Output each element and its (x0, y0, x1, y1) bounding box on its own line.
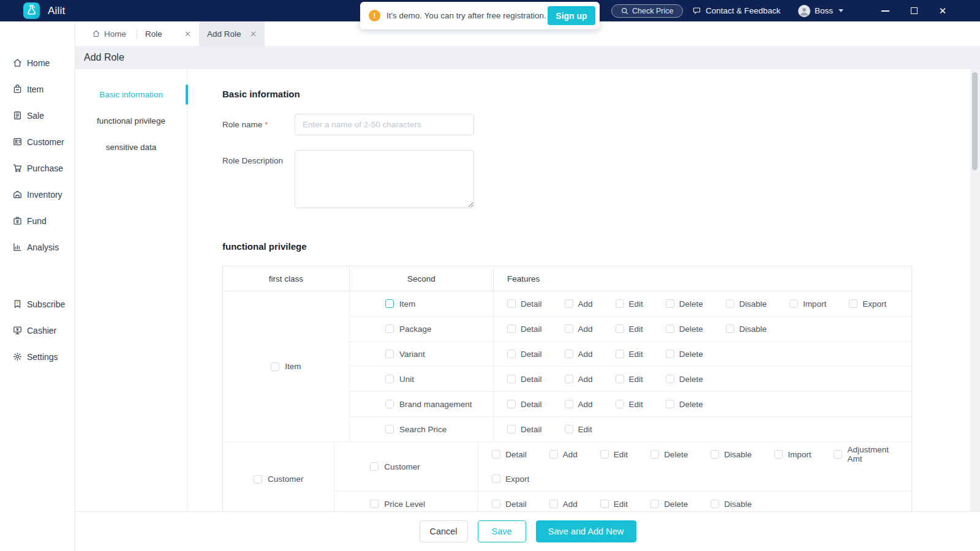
warning-icon: ! (369, 10, 380, 21)
scrollbar-thumb[interactable] (972, 72, 978, 170)
checkbox[interactable] (666, 400, 674, 408)
checkbox[interactable] (385, 425, 394, 433)
checkbox[interactable] (385, 375, 394, 383)
role-name-input[interactable] (295, 114, 474, 135)
checkbox[interactable] (666, 375, 674, 383)
close-icon[interactable]: ✕ (250, 29, 257, 39)
checkbox[interactable] (710, 450, 719, 459)
checkbox[interactable] (507, 425, 516, 433)
checkbox[interactable] (565, 375, 573, 383)
group-rows: ItemDetailAddEditDeleteDisableImportExpo… (350, 291, 911, 441)
sidebar-item-settings[interactable]: Settings (0, 343, 75, 370)
checkbox[interactable] (254, 475, 262, 484)
checkbox[interactable] (834, 450, 842, 459)
checkbox[interactable] (774, 450, 783, 459)
feature-label: Delete (664, 450, 688, 459)
checkbox[interactable] (565, 350, 573, 358)
section-nav-item-sensitive-data[interactable]: sensitive data (75, 134, 187, 160)
check-price-button[interactable]: Check Price (611, 4, 683, 18)
feature-option-disable: Disable (726, 324, 767, 334)
checkbox[interactable] (565, 400, 573, 408)
sidebar-item-cashier[interactable]: Cashier (0, 317, 75, 343)
tab-add-role[interactable]: Add Role ✕ (199, 21, 265, 46)
checkbox[interactable] (507, 350, 516, 358)
cancel-button[interactable]: Cancel (420, 520, 468, 542)
contact-feedback-button[interactable]: Contact & Feedback (692, 0, 780, 21)
checkbox[interactable] (370, 500, 379, 508)
sidebar: HomeItemSaleCustomerPurchaseInventoryFun… (0, 21, 75, 551)
checkbox[interactable] (616, 400, 624, 408)
checkbox[interactable] (666, 299, 674, 308)
sidebar-item-subscribe[interactable]: Subscribe (0, 291, 75, 317)
checkbox[interactable] (507, 400, 516, 408)
checkbox[interactable] (650, 500, 659, 508)
checkbox[interactable] (507, 299, 516, 308)
save-button[interactable]: Save (478, 520, 526, 542)
checkbox[interactable] (710, 500, 719, 508)
checkbox[interactable] (616, 375, 624, 383)
checkbox[interactable] (616, 324, 624, 333)
checkbox[interactable] (600, 450, 609, 459)
role-description-input[interactable] (295, 150, 474, 208)
tab-role[interactable]: Role ✕ (137, 21, 199, 46)
purchase-icon (12, 163, 23, 173)
checkbox[interactable] (385, 400, 394, 408)
header-first-class: first class (223, 266, 350, 291)
checkbox[interactable] (507, 375, 516, 383)
checkbox[interactable] (492, 474, 500, 483)
content-panel: Basic informationfunctional privilegesen… (75, 69, 980, 511)
user-menu[interactable]: Boss (798, 0, 843, 21)
sidebar-item-home[interactable]: Home (0, 50, 75, 76)
checkbox[interactable] (616, 350, 624, 358)
checkbox[interactable] (492, 450, 500, 459)
checkbox[interactable] (616, 299, 624, 308)
sidebar-item-purchase[interactable]: Purchase (0, 155, 75, 181)
section-nav-item-basic-information[interactable]: Basic information (75, 81, 187, 108)
checkbox[interactable] (600, 500, 609, 508)
checkbox[interactable] (370, 462, 379, 471)
maximize-button[interactable] (910, 7, 918, 15)
checkbox[interactable] (726, 324, 734, 333)
checkbox[interactable] (549, 450, 558, 459)
checkbox[interactable] (565, 299, 573, 308)
sign-up-button[interactable]: Sign up (548, 6, 595, 25)
sidebar-item-fund[interactable]: Fund (0, 208, 75, 234)
first-class-cell: Item (223, 291, 350, 441)
sidebar-item-analysis[interactable]: Analysis (0, 234, 75, 260)
checkbox[interactable] (790, 299, 798, 308)
checkbox[interactable] (565, 324, 573, 333)
feature-option-edit: Edit (616, 350, 643, 359)
close-icon: ✕ (939, 6, 947, 15)
close-button[interactable]: ✕ (938, 7, 947, 15)
sidebar-item-sale[interactable]: Sale (0, 102, 75, 129)
sidebar-item-item[interactable]: Item (0, 76, 75, 102)
checkbox[interactable] (726, 299, 734, 308)
checkbox[interactable] (666, 350, 674, 358)
sidebar-item-inventory[interactable]: Inventory (0, 181, 75, 208)
checkbox[interactable] (385, 299, 394, 308)
checkbox[interactable] (507, 324, 516, 333)
sidebar-item-customer[interactable]: Customer (0, 129, 75, 155)
feature-option-edit: Edit (616, 324, 643, 334)
checkbox[interactable] (849, 299, 858, 308)
checkbox[interactable] (385, 324, 394, 333)
feature-label: Detail (505, 500, 527, 509)
checkbox[interactable] (565, 425, 573, 433)
checkbox[interactable] (666, 324, 674, 333)
close-icon[interactable]: ✕ (184, 29, 191, 39)
checkbox[interactable] (271, 362, 279, 371)
minimize-button[interactable] (881, 7, 889, 15)
feature-option-detail: Detail (507, 324, 542, 334)
save-and-add-new-button[interactable]: Save and Add New (536, 520, 636, 542)
features-cell: DetailAddEditDelete (494, 392, 911, 416)
cashier-icon (12, 325, 23, 335)
tab-home[interactable]: Home (75, 21, 137, 46)
tab-home-label: Home (104, 29, 126, 39)
checkbox[interactable] (385, 350, 394, 358)
scrollbar-track[interactable] (970, 69, 980, 511)
checkbox[interactable] (650, 450, 659, 459)
section-nav-item-functional-privilege[interactable]: functional privilege (75, 108, 187, 134)
checkbox[interactable] (549, 500, 558, 508)
feature-label: Add (578, 400, 593, 409)
checkbox[interactable] (492, 500, 500, 508)
